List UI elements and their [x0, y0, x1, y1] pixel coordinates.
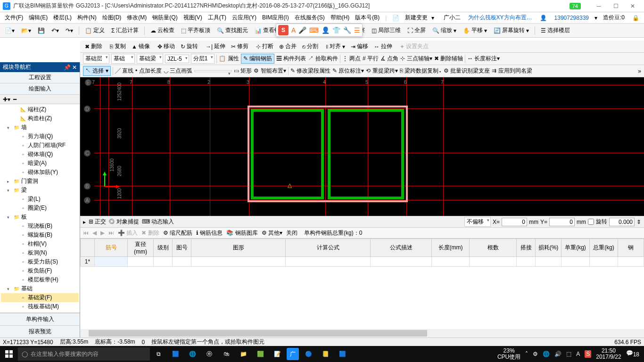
- col-header[interactable]: 级别: [154, 239, 173, 257]
- col-header[interactable]: 图号: [173, 239, 191, 257]
- add-icon[interactable]: ✚▾: [3, 96, 10, 103]
- rebar-lib-button[interactable]: 📚 钢筋图库: [226, 229, 257, 237]
- menu-bim[interactable]: BIM应用(I): [260, 13, 291, 23]
- ime-voice-icon[interactable]: 🎤: [298, 26, 306, 34]
- ime-skin-icon[interactable]: 👕: [332, 26, 340, 34]
- new-icon[interactable]: 📄▾: [3, 26, 17, 35]
- tray-ime2-icon[interactable]: S: [585, 350, 591, 358]
- taskbar-search[interactable]: ◯在这里输入你要搜索的内容: [18, 347, 150, 361]
- lock-icon[interactable]: 🔒: [630, 14, 641, 22]
- rotate-checkbox[interactable]: [588, 219, 594, 225]
- store-icon[interactable]: 🛍: [219, 346, 234, 362]
- select-tool[interactable]: ↖ 选择 ▾: [83, 66, 111, 76]
- angle-button[interactable]: ∡ 点角: [380, 55, 398, 63]
- tree-item[interactable]: ▫筏板基础(M): [1, 302, 79, 311]
- col-header[interactable]: 计算公式: [286, 239, 371, 257]
- ime-tool-icon[interactable]: 🔧: [343, 26, 351, 34]
- three-aux-button[interactable]: ⊹ 三点辅轴▾: [400, 55, 432, 63]
- category-dropdown[interactable]: 基础: [111, 54, 135, 64]
- tree-item[interactable]: ▫现浇板(B): [1, 222, 79, 230]
- close-grid-button[interactable]: 关闭: [286, 229, 297, 237]
- arc-tool[interactable]: ◡ 三点画弧: [164, 67, 192, 75]
- zoom-button[interactable]: 🔍 缩放▾: [430, 25, 458, 35]
- extend-button[interactable]: →| 延伸: [204, 41, 227, 51]
- tree-item[interactable]: ▫砌体墙(Q): [1, 150, 79, 159]
- pick-member-button[interactable]: ↗ 拾取构件: [308, 55, 338, 63]
- ortho-toggle[interactable]: ⊞ 正交: [89, 218, 106, 226]
- pin-icon[interactable]: 📌 ✕: [64, 64, 77, 71]
- local-3d-button[interactable]: ◫ 局部三维: [370, 25, 403, 35]
- tray-volume-icon[interactable]: 🔊: [554, 351, 561, 357]
- ime-mode[interactable]: A: [291, 26, 296, 34]
- align-button[interactable]: ⫴ 对齐▾: [324, 41, 347, 51]
- dim-button[interactable]: ↔ 长度标注▾: [467, 55, 500, 63]
- tray-icon[interactable]: ⚙: [533, 351, 538, 357]
- tree-item[interactable]: ▫砌体加筋(Y): [1, 168, 79, 177]
- menu-modify[interactable]: 修改(M): [125, 13, 149, 23]
- expand-icon[interactable]: ▸: [83, 219, 86, 225]
- tree-item[interactable]: ▫圈梁(E): [1, 204, 79, 213]
- tree-item[interactable]: ▫楼层板带(H): [1, 275, 79, 284]
- offset-mode-dropdown[interactable]: 不偏移: [464, 217, 491, 227]
- y-input[interactable]: [549, 218, 575, 226]
- table-row[interactable]: 1*: [81, 257, 644, 267]
- close-button[interactable]: ✕: [624, 1, 641, 11]
- menu-version[interactable]: 版本号(B): [353, 13, 381, 23]
- col-header[interactable]: 搭接: [517, 239, 536, 257]
- col-header[interactable]: 总重(kg): [590, 239, 618, 257]
- task-icon[interactable]: 🟦: [335, 346, 350, 362]
- align-top-button[interactable]: ⬚ 平齐板顶: [179, 25, 212, 35]
- tree-item[interactable]: ▫板负筋(F): [1, 266, 79, 275]
- delete-button[interactable]: ✖ 删除: [83, 41, 104, 51]
- tree-item[interactable]: ▾📁梁: [1, 186, 79, 195]
- explorer-icon[interactable]: 📁: [236, 346, 251, 362]
- menu-rebar[interactable]: 钢筋量(Q): [150, 13, 179, 23]
- open-icon[interactable]: 📂▾: [19, 26, 33, 35]
- ime-toolbar[interactable]: S A 🎤 ⌨ 👤 👕 🔧 ☰: [276, 24, 363, 37]
- tree-item[interactable]: ▫暗梁(A): [1, 159, 79, 168]
- menu-online[interactable]: 在线服务(S): [293, 13, 327, 23]
- member-list-button[interactable]: ☰ 构件列表: [276, 55, 306, 63]
- menu-file[interactable]: 文件(F): [3, 13, 25, 23]
- sum-button[interactable]: Σ 汇总计算: [109, 25, 140, 35]
- col-header[interactable]: 筋号: [95, 239, 128, 257]
- tray-ime-icon[interactable]: A: [576, 351, 580, 357]
- ime-menu-icon[interactable]: ☰: [354, 26, 360, 34]
- horizontal-scrollbar[interactable]: [80, 329, 644, 337]
- member-dropdown[interactable]: JZL-5: [165, 55, 189, 63]
- menu-view[interactable]: 视图(V): [182, 13, 204, 23]
- modify-segment-button[interactable]: ✎ 修改梁段属性: [290, 67, 330, 75]
- move-button[interactable]: ✥ 移动: [156, 41, 177, 51]
- col-header[interactable]: 长度(mm): [432, 239, 470, 257]
- menu-floor[interactable]: 楼层(L): [51, 13, 74, 23]
- ime-user-icon[interactable]: 👤: [322, 26, 330, 34]
- menu-edit[interactable]: 编辑(E): [27, 13, 50, 23]
- app-icon[interactable]: 广: [287, 348, 299, 360]
- menu-tool[interactable]: 工具(T): [206, 13, 228, 23]
- tree-item[interactable]: ▫人防门框墙(RF: [1, 141, 79, 150]
- mirror-button[interactable]: ▲ 镜像: [130, 41, 152, 51]
- tree-item[interactable]: 📐构造柱(Z): [1, 114, 79, 123]
- two-point-button[interactable]: ⋮ 两点: [342, 55, 361, 63]
- sidebar-tab-report[interactable]: 报表预览: [0, 325, 80, 337]
- tree-item[interactable]: ▫板洞(N): [1, 248, 79, 257]
- task-icon[interactable]: 🟩: [253, 346, 268, 362]
- task-view-icon[interactable]: ⧉: [151, 346, 166, 362]
- dyn-input-toggle[interactable]: ⌨ 动态输入: [142, 218, 174, 226]
- split-button[interactable]: ⎋ 分割: [300, 41, 320, 51]
- col-header[interactable]: 损耗(%): [536, 239, 561, 257]
- rotate-button[interactable]: ↻ 旋转: [179, 41, 200, 51]
- col-header[interactable]: 根数: [470, 239, 517, 257]
- tree-item[interactable]: ▾📁板: [1, 213, 79, 222]
- member-tree[interactable]: 📐端柱(Z)📐构造柱(Z)▾📁墙▫剪力墙(Q)▫人防门框墙(RF▫砌体墙(Q)▫…: [0, 104, 80, 313]
- batch-recognize-button[interactable]: ⚙ 批量识别梁支座: [444, 67, 490, 75]
- rebar-info-button[interactable]: ℹ 钢筋信息: [196, 229, 223, 237]
- sidebar-tab-draw[interactable]: 绘图输入: [0, 83, 80, 95]
- trim-button[interactable]: ✂ 修剪: [229, 41, 250, 51]
- snap-toggle[interactable]: ◎ 对象捕捉: [109, 218, 139, 226]
- task-icon[interactable]: 📒: [318, 346, 333, 362]
- maximize-button[interactable]: ☐: [607, 1, 624, 11]
- orig-note-button[interactable]: ✎ 原位标注▾: [332, 67, 364, 75]
- copy-button[interactable]: ⎘ 复制: [108, 41, 128, 51]
- stretch-button[interactable]: ↔ 拉伸: [372, 41, 394, 51]
